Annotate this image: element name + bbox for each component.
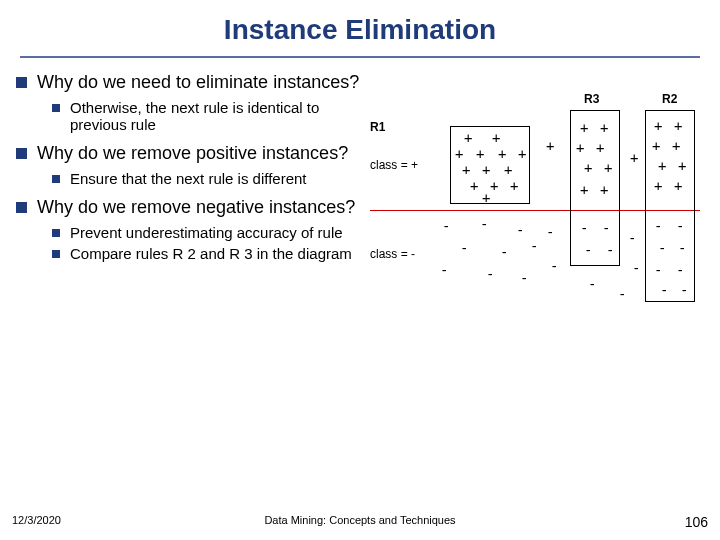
plus-icon: + bbox=[476, 148, 484, 160]
minus-icon: - bbox=[530, 240, 538, 252]
plus-icon: + bbox=[498, 148, 506, 160]
minus-icon: - bbox=[676, 220, 684, 232]
square-bullet-icon bbox=[52, 229, 60, 237]
footer-center: Data Mining: Concepts and Techniques bbox=[0, 514, 720, 526]
plus-icon: + bbox=[492, 132, 500, 144]
plus-icon: + bbox=[604, 162, 612, 174]
square-bullet-icon bbox=[52, 250, 60, 258]
plus-icon: + bbox=[504, 164, 512, 176]
bullet-text: Why do we need to eliminate instances? bbox=[37, 72, 359, 93]
sub-bullet-text: Otherwise, the next rule is identical to… bbox=[70, 99, 370, 133]
minus-icon: - bbox=[580, 222, 588, 234]
minus-icon: - bbox=[550, 260, 558, 272]
minus-icon: - bbox=[632, 262, 640, 274]
rule-diagram: class = + class = - R1 R3 R2 + + + + + +… bbox=[370, 92, 700, 327]
plus-icon: + bbox=[654, 120, 662, 132]
minus-icon: - bbox=[546, 226, 554, 238]
square-bullet-icon bbox=[16, 148, 27, 159]
plus-icon: + bbox=[455, 148, 463, 160]
minus-icon: - bbox=[500, 246, 508, 258]
plus-icon: + bbox=[678, 160, 686, 172]
square-bullet-icon bbox=[52, 175, 60, 183]
minus-icon: - bbox=[606, 244, 614, 256]
sub-bullet-text: Ensure that the next rule is different bbox=[70, 170, 307, 187]
minus-icon: - bbox=[676, 264, 684, 276]
bullet-column: Why do we need to eliminate instances? O… bbox=[10, 72, 370, 327]
plus-icon: + bbox=[462, 164, 470, 176]
minus-icon: - bbox=[680, 284, 688, 296]
plus-icon: + bbox=[546, 140, 554, 152]
bullet-text: Why do we remove positive instances? bbox=[37, 143, 348, 164]
plus-icon: + bbox=[672, 140, 680, 152]
plus-icon: + bbox=[510, 180, 518, 192]
r1-label: R1 bbox=[370, 120, 385, 134]
r3-label: R3 bbox=[584, 92, 599, 106]
minus-icon: - bbox=[654, 264, 662, 276]
plus-icon: + bbox=[600, 184, 608, 196]
plus-icon: + bbox=[600, 122, 608, 134]
minus-icon: - bbox=[584, 244, 592, 256]
slide-title: Instance Elimination bbox=[0, 0, 720, 46]
minus-icon: - bbox=[654, 220, 662, 232]
plus-icon: + bbox=[584, 162, 592, 174]
square-bullet-icon bbox=[16, 202, 27, 213]
plus-icon: + bbox=[576, 142, 584, 154]
plus-icon: + bbox=[470, 180, 478, 192]
class-pos-label: class = + bbox=[370, 158, 418, 172]
plus-icon: + bbox=[596, 142, 604, 154]
plus-icon: + bbox=[482, 192, 490, 204]
minus-icon: - bbox=[678, 242, 686, 254]
plus-icon: + bbox=[464, 132, 472, 144]
sub-bullet-text: Compare rules R 2 and R 3 in the diagram bbox=[70, 245, 352, 262]
minus-icon: - bbox=[440, 264, 448, 276]
minus-icon: - bbox=[588, 278, 596, 290]
plus-icon: + bbox=[674, 120, 682, 132]
minus-icon: - bbox=[618, 288, 626, 300]
square-bullet-icon bbox=[16, 77, 27, 88]
plus-icon: + bbox=[518, 148, 526, 160]
plus-icon: + bbox=[652, 140, 660, 152]
plus-icon: + bbox=[630, 152, 638, 164]
r2-label: R2 bbox=[662, 92, 677, 106]
minus-icon: - bbox=[658, 242, 666, 254]
class-neg-label: class = - bbox=[370, 247, 415, 261]
plus-icon: + bbox=[658, 160, 666, 172]
minus-icon: - bbox=[480, 218, 488, 230]
minus-icon: - bbox=[460, 242, 468, 254]
bullet-text: Why do we remove negative instances? bbox=[37, 197, 355, 218]
plus-icon: + bbox=[580, 184, 588, 196]
plus-icon: + bbox=[580, 122, 588, 134]
content-area: Why do we need to eliminate instances? O… bbox=[0, 58, 720, 327]
plus-icon: + bbox=[654, 180, 662, 192]
minus-icon: - bbox=[602, 222, 610, 234]
sub-bullet-text: Prevent underestimating accuracy of rule bbox=[70, 224, 343, 241]
plus-icon: + bbox=[674, 180, 682, 192]
minus-icon: - bbox=[486, 268, 494, 280]
plus-icon: + bbox=[482, 164, 490, 176]
square-bullet-icon bbox=[52, 104, 60, 112]
minus-icon: - bbox=[628, 232, 636, 244]
minus-icon: - bbox=[516, 224, 524, 236]
slide-footer: 12/3/2020 Data Mining: Concepts and Tech… bbox=[0, 514, 720, 530]
diagram-column: class = + class = - R1 R3 R2 + + + + + +… bbox=[370, 72, 710, 327]
minus-icon: - bbox=[442, 220, 450, 232]
plus-icon: + bbox=[490, 180, 498, 192]
minus-icon: - bbox=[520, 272, 528, 284]
minus-icon: - bbox=[660, 284, 668, 296]
